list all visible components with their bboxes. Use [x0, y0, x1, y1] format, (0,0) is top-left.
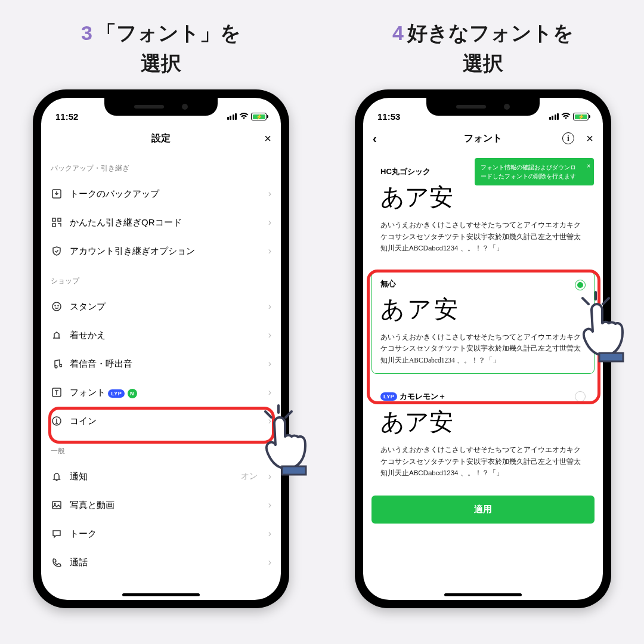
chevron-right-icon: ›	[268, 471, 271, 482]
svg-line-17	[603, 298, 609, 304]
step-4-column: 4好きなフォントを 選択 11:53 ⚡ ‹	[340, 18, 626, 608]
settings-title: 設定	[151, 132, 171, 145]
svg-rect-3	[52, 224, 55, 227]
step-3-column: 3「フォント」を 選択 11:52 ⚡ 設定	[18, 18, 304, 608]
chevron-right-icon: ›	[268, 500, 271, 510]
phone-left: 11:52 ⚡ 設定 × バックアップ・引き継ぎ	[33, 89, 289, 608]
font-sample: あいうえおかきくけこさしすせそたちつてとアイウエオカキクケコサシスセソタチツテト…	[380, 444, 586, 479]
svg-point-5	[55, 305, 55, 306]
home-indicator	[444, 593, 522, 596]
bell-icon	[51, 470, 63, 482]
section-shop: ショップ	[51, 276, 271, 286]
close-button[interactable]: ×	[264, 132, 271, 145]
row-coin[interactable]: コイン›	[51, 407, 271, 435]
chevron-right-icon: ›	[268, 188, 271, 199]
fonts-title: フォント	[464, 132, 502, 145]
svg-rect-18	[599, 353, 623, 361]
row-ringtone[interactable]: 着信音・呼出音›	[51, 349, 271, 378]
status-time: 11:52	[55, 112, 78, 122]
svg-point-10	[54, 503, 55, 504]
row-talk-backup[interactable]: トークのバックアップ›	[51, 179, 271, 208]
row-talk[interactable]: トーク›	[51, 519, 271, 548]
svg-point-4	[52, 302, 61, 311]
signal-icon	[227, 113, 237, 120]
font-preview: あア安	[380, 405, 586, 438]
lyp-badge: LYP	[108, 389, 125, 398]
font-name: LYP カモレモン＋	[380, 391, 446, 402]
radio-unselected[interactable]	[575, 391, 586, 402]
battery-icon: ⚡	[573, 113, 589, 120]
notch	[426, 98, 540, 116]
settings-navbar: 設定 ×	[41, 124, 281, 153]
phone-icon	[51, 556, 63, 568]
svg-line-13	[286, 411, 292, 417]
chevron-right-icon: ›	[268, 387, 271, 398]
shield-icon	[51, 245, 63, 257]
theme-icon	[51, 329, 63, 341]
row-notifications[interactable]: 通知 オン ›	[51, 462, 271, 491]
screen-fonts: 11:53 ⚡ ‹ フォント i ×	[363, 98, 603, 600]
tip-close-icon[interactable]: ×	[587, 162, 590, 171]
font-sample: あいうえおかきくけこさしすせそたちつてとアイウエオカキクケコサシスセソタチツテト…	[380, 332, 586, 367]
battery-icon: ⚡	[251, 113, 267, 120]
chevron-right-icon: ›	[268, 416, 271, 426]
row-stamp[interactable]: スタンプ›	[51, 292, 271, 321]
font-card-kamolemon[interactable]: LYP カモレモン＋ あア安 あいうえおかきくけこさしすせそたちつてとアイウエオ…	[371, 382, 595, 487]
fonts-content[interactable]: フォント情報の確認およびダウンロードしたフォントの削除を行えます× HC丸ゴシッ…	[363, 153, 603, 600]
font-name: 無心	[380, 278, 586, 289]
row-call[interactable]: 通話›	[51, 548, 271, 577]
chevron-right-icon: ›	[268, 246, 271, 256]
wifi-icon	[561, 112, 571, 122]
section-general: 一般	[51, 446, 271, 456]
signal-icon	[549, 113, 559, 120]
status-icons: ⚡	[227, 112, 267, 122]
new-badge: N	[128, 389, 137, 398]
font-sample: あいうえおかきくけこさしすせそたちつてとアイウエオカキクケコサシスセソタチツテト…	[380, 219, 586, 255]
status-time: 11:53	[377, 112, 400, 122]
font-card-mushin[interactable]: 無心 あア安 あいうえおかきくけこさしすせそたちつてとアイウエオカキクケコサシス…	[371, 271, 595, 374]
fonts-navbar: ‹ フォント i ×	[363, 124, 603, 153]
status-icons: ⚡	[549, 112, 589, 122]
font-preview: あア安	[380, 293, 586, 326]
chevron-right-icon: ›	[268, 217, 271, 228]
chevron-right-icon: ›	[268, 330, 271, 340]
step-3-title: 3「フォント」を 選択	[18, 18, 304, 79]
wifi-icon	[239, 112, 249, 122]
chevron-right-icon: ›	[268, 358, 271, 369]
svg-point-6	[58, 305, 58, 306]
home-indicator	[122, 593, 200, 596]
info-button[interactable]: i	[562, 132, 574, 144]
step-4-number: 4	[392, 21, 404, 44]
lyp-badge: LYP	[380, 392, 397, 401]
svg-rect-9	[52, 501, 61, 509]
qr-icon	[51, 216, 63, 228]
svg-rect-1	[52, 218, 55, 221]
chat-icon	[51, 528, 63, 540]
row-qr-transfer[interactable]: かんたん引き継ぎQRコード›	[51, 208, 271, 237]
notch	[104, 98, 218, 116]
photo-icon	[51, 499, 63, 511]
font-preview: あア安	[380, 181, 586, 213]
section-backup: バックアップ・引き継ぎ	[51, 163, 271, 174]
phone-right: 11:53 ⚡ ‹ フォント i ×	[355, 89, 611, 608]
apply-button[interactable]: 適用	[371, 496, 595, 524]
settings-content[interactable]: バックアップ・引き継ぎ トークのバックアップ› かんたん引き継ぎQRコード› ア…	[41, 153, 281, 600]
notifications-value: オン	[241, 471, 258, 482]
svg-rect-2	[58, 218, 61, 221]
font-card-hc-maru[interactable]: フォント情報の確認およびダウンロードしたフォントの削除を行えます× HC丸ゴシッ…	[371, 159, 595, 262]
step-3-number: 3	[81, 21, 92, 44]
svg-rect-14	[282, 466, 306, 475]
chevron-right-icon: ›	[268, 301, 271, 312]
row-theme[interactable]: 着せかえ›	[51, 321, 271, 349]
font-tip: フォント情報の確認およびダウンロードしたフォントの削除を行えます×	[475, 158, 594, 185]
row-account-transfer[interactable]: アカウント引き継ぎオプション›	[51, 237, 271, 265]
back-button[interactable]: ‹	[373, 132, 377, 145]
coin-icon	[51, 415, 63, 427]
font-icon	[51, 386, 63, 398]
radio-selected[interactable]	[575, 280, 586, 290]
row-font[interactable]: フォント LYP N ›	[51, 378, 271, 407]
screen-settings: 11:52 ⚡ 設定 × バックアップ・引き継ぎ	[41, 98, 281, 600]
chevron-right-icon: ›	[268, 557, 271, 568]
row-photos[interactable]: 写真と動画›	[51, 491, 271, 519]
close-button[interactable]: ×	[586, 132, 593, 145]
